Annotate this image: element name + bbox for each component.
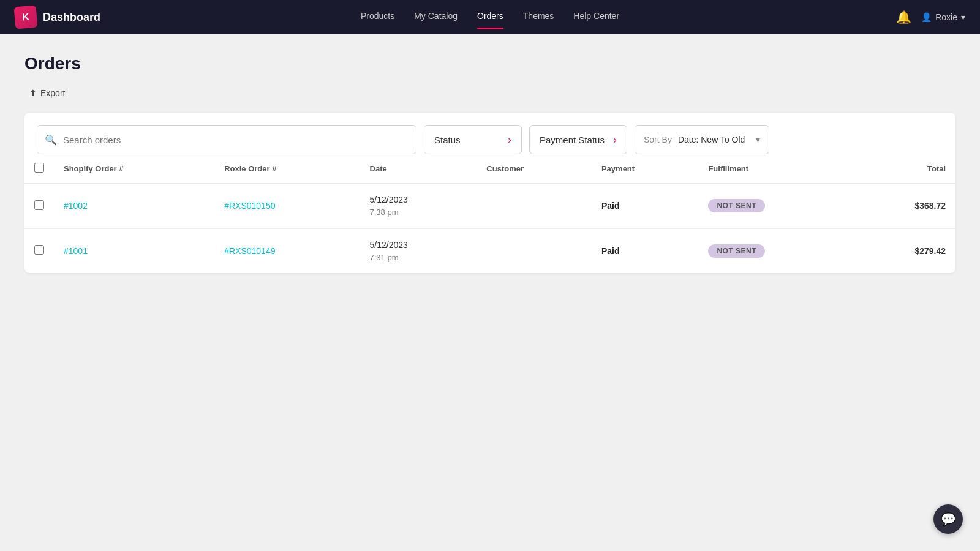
brand-letter: K — [21, 12, 29, 23]
nav-products[interactable]: Products — [361, 11, 394, 23]
row-shopify-order: #1001 — [54, 228, 214, 273]
sort-by-label: Sort By — [644, 135, 672, 144]
sort-dropdown-icon: ▾ — [756, 135, 760, 144]
export-button[interactable]: ⬆ Export — [24, 86, 70, 100]
row-checkbox-1[interactable] — [34, 245, 44, 255]
orders-table: Shopify Order # Roxie Order # Date Custo… — [24, 154, 956, 273]
fulfillment-badge: NOT SENT — [708, 244, 765, 258]
search-box[interactable]: 🔍 — [37, 125, 417, 154]
navbar: K Dashboard Products My Catalog Orders T… — [0, 0, 980, 34]
brand-logo: K — [13, 5, 37, 29]
row-fulfillment: NOT SENT — [698, 228, 853, 273]
row-checkbox-0[interactable] — [34, 200, 44, 210]
header-customer: Customer — [477, 154, 592, 184]
row-date: 5/12/2023 7:38 pm — [360, 184, 477, 229]
header-total: Total — [853, 154, 956, 184]
search-input[interactable] — [63, 135, 409, 145]
header-shopify-order: Shopify Order # — [54, 154, 214, 184]
row-payment: Paid — [592, 228, 698, 273]
row-roxie-order: #RXS010150 — [214, 184, 360, 229]
shopify-order-link[interactable]: #1001 — [64, 246, 88, 256]
status-chevron-icon: › — [508, 133, 511, 146]
chat-button[interactable]: 💬 — [933, 504, 963, 534]
nav-themes[interactable]: Themes — [523, 11, 554, 23]
order-time: 7:31 pm — [370, 252, 467, 264]
order-time: 7:38 pm — [370, 206, 467, 219]
row-shopify-order: #1002 — [54, 184, 214, 229]
user-avatar-icon: 👤 — [921, 12, 932, 22]
orders-card: 🔍 Status › Payment Status › Sort By Date… — [24, 113, 956, 273]
brand-title: Dashboard — [43, 11, 100, 24]
toolbar: ⬆ Export — [24, 86, 956, 100]
row-checkbox-cell — [24, 228, 54, 273]
header-date: Date — [360, 154, 477, 184]
select-all-checkbox[interactable] — [34, 163, 44, 173]
navbar-right: 🔔 👤 Roxie ▾ — [896, 10, 965, 24]
sort-value: Date: New To Old — [678, 135, 752, 144]
row-checkbox-cell — [24, 184, 54, 229]
table-row: #1002 #RXS010150 5/12/2023 7:38 pm Paid … — [24, 184, 956, 229]
table-row: #1001 #RXS010149 5/12/2023 7:31 pm Paid … — [24, 228, 956, 273]
header-payment: Payment — [592, 154, 698, 184]
row-customer — [477, 228, 592, 273]
row-roxie-order: #RXS010149 — [214, 228, 360, 273]
sort-button[interactable]: Sort By Date: New To Old ▾ — [635, 125, 769, 154]
brand-logo-link[interactable]: K Dashboard — [15, 6, 100, 28]
row-payment: Paid — [592, 184, 698, 229]
search-icon: 🔍 — [45, 134, 57, 146]
export-icon: ⬆ — [29, 88, 37, 98]
payment-status: Paid — [601, 246, 620, 256]
payment-status-chevron-icon: › — [613, 133, 617, 146]
status-filter-label: Status — [434, 135, 461, 145]
row-total: $279.42 — [853, 228, 956, 273]
payment-status-filter-button[interactable]: Payment Status › — [529, 125, 627, 154]
row-customer — [477, 184, 592, 229]
shopify-order-link[interactable]: #1002 — [64, 201, 88, 211]
header-roxie-order: Roxie Order # — [214, 154, 360, 184]
table-header-row: Shopify Order # Roxie Order # Date Custo… — [24, 154, 956, 184]
order-date: 5/12/2023 — [370, 239, 467, 252]
row-fulfillment: NOT SENT — [698, 184, 853, 229]
chat-icon: 💬 — [941, 512, 956, 527]
export-label: Export — [40, 88, 65, 98]
row-total: $368.72 — [853, 184, 956, 229]
header-fulfillment: Fulfillment — [698, 154, 853, 184]
main-content: Orders ⬆ Export 🔍 Status › Payment Statu… — [0, 34, 980, 293]
user-menu-chevron-icon: ▾ — [961, 12, 965, 22]
payment-status: Paid — [601, 201, 620, 211]
filters-bar: 🔍 Status › Payment Status › Sort By Date… — [24, 113, 956, 154]
user-name: Roxie — [935, 12, 957, 22]
notification-bell-icon[interactable]: 🔔 — [896, 10, 911, 24]
roxie-order-link[interactable]: #RXS010150 — [224, 201, 275, 211]
user-menu[interactable]: 👤 Roxie ▾ — [921, 12, 965, 22]
roxie-order-link[interactable]: #RXS010149 — [224, 246, 275, 256]
header-select-all — [24, 154, 54, 184]
page-title: Orders — [24, 54, 956, 73]
main-nav: Products My Catalog Orders Themes Help C… — [361, 11, 619, 23]
nav-my-catalog[interactable]: My Catalog — [414, 11, 458, 23]
nav-help-center[interactable]: Help Center — [573, 11, 619, 23]
fulfillment-badge: NOT SENT — [708, 199, 765, 212]
payment-status-filter-label: Payment Status — [540, 135, 605, 145]
row-date: 5/12/2023 7:31 pm — [360, 228, 477, 273]
status-filter-button[interactable]: Status › — [424, 125, 522, 154]
order-date: 5/12/2023 — [370, 193, 467, 206]
nav-orders[interactable]: Orders — [477, 11, 503, 23]
